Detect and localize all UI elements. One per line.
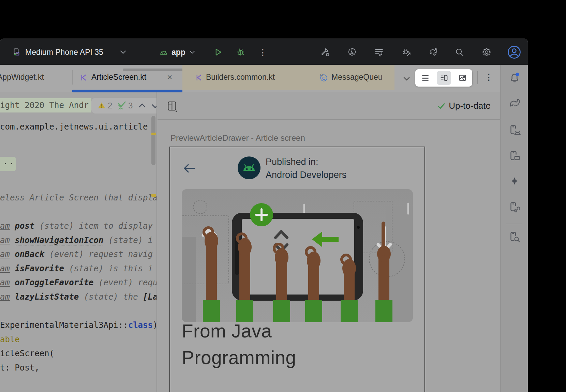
gemini-spark-icon[interactable]	[509, 176, 520, 187]
right-tool-stripe	[500, 65, 528, 392]
editor-tab-bar: AppWidget.kt ArticleScreen.kt × Builders…	[0, 65, 500, 92]
article-hero-image	[182, 189, 413, 322]
preview-status: Up-to-date	[437, 92, 491, 119]
code-line: am post (state) item to display	[0, 219, 157, 233]
tab-list-chevron-icon[interactable]	[403, 76, 410, 82]
tab-separator	[72, 70, 73, 85]
warning-stripe-mark[interactable]	[151, 194, 156, 197]
gradle-icon[interactable]	[508, 98, 521, 110]
tab-label-fade	[377, 65, 394, 90]
folded-region[interactable]: ···	[0, 157, 16, 171]
kotlin-file-icon	[195, 74, 203, 83]
code-line: am onBack (event) request navig	[0, 247, 157, 261]
compose-preview-pane: Up-to-date PreviewArticleDrawer - Articl…	[158, 92, 500, 392]
preview-name-label[interactable]: PreviewArticleDrawer - Article screen	[170, 133, 305, 143]
code-line: able	[0, 332, 157, 347]
tab-builders[interactable]: Builders.common.kt	[206, 65, 275, 90]
debug-button[interactable]	[236, 47, 245, 57]
publisher-name: Android Developers	[266, 168, 346, 181]
warning-stripe-mark[interactable]	[151, 133, 156, 135]
published-in-label: Published in:	[266, 155, 346, 168]
svg-text:C: C	[322, 76, 326, 81]
article-screen-preview[interactable]: Published in: Android Developers	[169, 147, 425, 392]
run-config-label[interactable]: app	[172, 47, 185, 57]
publisher-avatar	[238, 156, 260, 181]
code-line: t: Post,	[0, 361, 157, 375]
device-selector-label[interactable]: Medium Phone API 35	[25, 47, 103, 57]
code-line: am lazyListState (state) the [La	[0, 290, 157, 304]
screen: Medium Phone API 35 app ⋮	[0, 0, 566, 392]
split-view-button[interactable]	[437, 71, 451, 85]
back-arrow-icon[interactable]	[182, 163, 196, 175]
device-selector-chevron-icon[interactable]	[120, 50, 126, 54]
next-problem-chevron-icon[interactable]	[151, 104, 157, 110]
published-in-block: Published in: Android Developers	[266, 155, 346, 181]
editor-view-mode-switcher	[415, 69, 472, 87]
attach-debugger-icon[interactable]	[402, 47, 411, 57]
run-button[interactable]	[213, 47, 223, 57]
code-view-button[interactable]	[418, 71, 432, 85]
tab-messagequeue[interactable]: MessageQueu	[331, 65, 383, 90]
tab-appwidget[interactable]: AppWidget.kt	[0, 65, 44, 90]
editor-scrollbar[interactable]	[151, 116, 155, 165]
profile-avatar[interactable]	[507, 45, 521, 59]
code-line: am onToggleFavorite (event) requ	[0, 275, 157, 290]
running-devices-icon[interactable]	[508, 150, 521, 162]
tab-close-icon[interactable]: ×	[167, 65, 172, 90]
passed-check-icon[interactable]	[117, 101, 126, 112]
run-config-chevron-icon[interactable]	[190, 50, 195, 54]
code-line: com.example.jetnews.ui.article	[0, 120, 157, 134]
device-mirroring-icon[interactable]	[508, 201, 521, 213]
inspections-widget: 2 3	[91, 98, 157, 114]
build-hammer-icon[interactable]	[321, 47, 330, 57]
preview-toolbar: Up-to-date	[158, 92, 500, 120]
work-area: AppWidget.kt ArticleScreen.kt × Builders…	[0, 65, 528, 392]
kdoc-tag: am	[0, 221, 10, 231]
passed-count[interactable]: 3	[128, 98, 133, 114]
class-file-icon: C	[319, 73, 328, 83]
active-tab-indicator	[72, 90, 182, 92]
toolbar-kebab-menu[interactable]: ⋮	[258, 48, 267, 56]
search-everywhere-icon[interactable]	[455, 47, 464, 57]
code-line: am showNavigationIcon (state) i	[0, 233, 157, 247]
tabbar-separator	[477, 71, 478, 84]
apply-code-changes-icon[interactable]	[374, 47, 384, 57]
preview-layout-icon[interactable]	[166, 101, 178, 114]
tabbar-kebab-menu[interactable]: ⋮	[485, 73, 493, 81]
device-selector-icon	[12, 48, 21, 57]
tab-articlescreen[interactable]: ArticleScreen.kt	[91, 65, 146, 90]
notifications-bell-icon[interactable]	[508, 72, 521, 84]
kotlin-file-icon	[80, 74, 88, 83]
device-manager-icon[interactable]	[508, 124, 521, 136]
code-line: eless Article Screen that displa	[0, 191, 157, 205]
main-toolbar: Medium Phone API 35 app ⋮	[0, 39, 528, 65]
code-line: ExperimentalMaterial3Api::class)	[0, 318, 157, 332]
code-line: icleScreen(	[0, 346, 157, 361]
warning-count[interactable]: 2	[108, 98, 112, 114]
device-explorer-icon[interactable]	[508, 231, 521, 243]
design-view-button[interactable]	[455, 71, 470, 85]
article-title-line1: From Java	[182, 318, 296, 344]
android-studio-window: Medium Phone API 35 app ⋮	[0, 39, 528, 392]
article-title: From Java Programming	[182, 318, 296, 371]
code-editor[interactable]: ight 2020 The Andr com.example.jetnews.u…	[0, 92, 157, 392]
article-title-line2: Programming	[182, 344, 296, 371]
up-to-date-label: Up-to-date	[449, 101, 491, 111]
settings-gear-icon[interactable]	[482, 47, 491, 57]
sync-gradle-icon[interactable]	[429, 47, 438, 57]
android-head-icon	[159, 48, 168, 57]
prev-problem-chevron-icon[interactable]	[138, 103, 146, 109]
apply-changes-icon[interactable]	[347, 47, 356, 57]
code-line: am isFavorite (state) is this i	[0, 261, 157, 276]
up-to-date-check-icon	[437, 103, 445, 109]
warning-icon[interactable]	[98, 102, 106, 110]
editor-preview-splitter[interactable]	[157, 92, 157, 392]
sidebar-separator	[506, 224, 522, 224]
